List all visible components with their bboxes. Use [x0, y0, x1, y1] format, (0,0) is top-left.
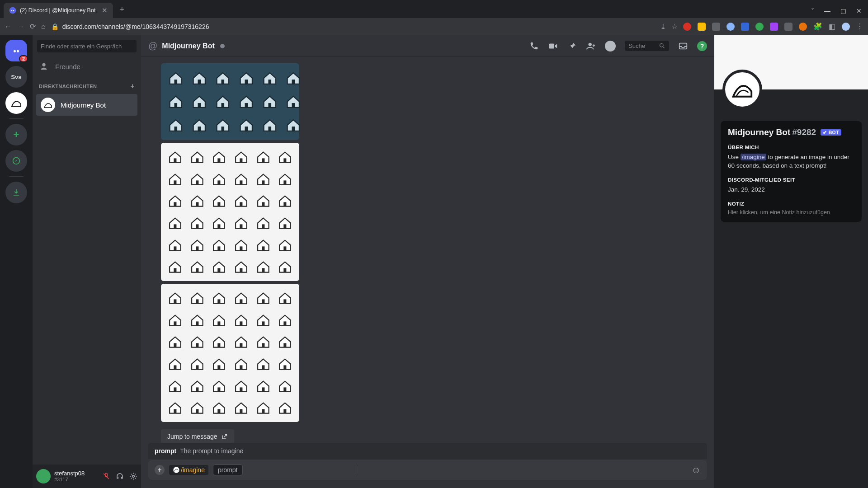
find-conversation-input[interactable]: Finde oder starte ein Gespräch	[37, 40, 137, 52]
external-link-icon	[221, 433, 228, 440]
profile-avatar[interactable]	[722, 70, 762, 109]
svg-rect-67	[218, 299, 221, 303]
svg-rect-54	[196, 246, 198, 250]
message-composer[interactable]: + /imagine prompt ☺	[148, 460, 707, 480]
guild-svs[interactable]: Svs	[5, 66, 27, 88]
extension-icon[interactable]	[784, 23, 793, 31]
reload-button[interactable]: ⟳	[30, 22, 36, 31]
house-icon	[231, 288, 251, 308]
lock-icon: 🔒	[51, 23, 59, 30]
friends-tab[interactable]: Freunde	[33, 57, 141, 76]
extension-icon[interactable]	[755, 23, 764, 31]
svg-rect-47	[174, 224, 176, 228]
extension-icon[interactable]	[698, 23, 706, 31]
svg-rect-89	[174, 387, 176, 391]
house-icon	[165, 332, 185, 352]
side-panel-icon[interactable]: ◧	[829, 22, 835, 31]
user-settings-button[interactable]	[129, 472, 137, 480]
generated-image[interactable]	[161, 284, 299, 422]
show-profile-button[interactable]	[605, 41, 616, 52]
house-icon	[212, 68, 233, 89]
forward-button[interactable]: →	[17, 23, 24, 31]
svg-rect-35	[174, 180, 176, 184]
house-icon	[165, 288, 185, 308]
add-server-button[interactable]: +	[5, 124, 27, 145]
download-apps-button[interactable]	[5, 182, 27, 203]
window-minimize-button[interactable]: —	[824, 7, 830, 14]
voice-call-button[interactable]	[529, 41, 539, 51]
house-icon	[165, 310, 185, 330]
help-button[interactable]: ?	[697, 41, 707, 51]
window-maximize-button[interactable]: ▢	[840, 7, 846, 14]
generated-image[interactable]	[161, 143, 299, 281]
house-icon	[231, 235, 251, 255]
svg-rect-85	[218, 365, 221, 369]
svg-rect-21	[269, 103, 272, 108]
svg-rect-66	[196, 299, 198, 303]
discord-home-button[interactable]: 2	[5, 40, 27, 61]
slash-command-chip[interactable]: /imagine	[169, 465, 208, 475]
svg-point-1	[11, 10, 12, 11]
add-friends-button[interactable]	[586, 41, 596, 51]
user-avatar[interactable]	[36, 469, 51, 483]
svg-rect-15	[269, 80, 272, 84]
dm-item-midjourney[interactable]: Midjourney Bot	[36, 94, 137, 116]
command-param-chip[interactable]: prompt	[213, 465, 243, 475]
svg-rect-31	[218, 158, 221, 162]
svg-rect-17	[175, 103, 178, 108]
attach-button[interactable]: +	[155, 465, 165, 475]
pinned-messages-button[interactable]	[567, 41, 577, 51]
svg-rect-69	[262, 299, 264, 303]
tab-close-icon[interactable]: ✕	[102, 6, 108, 14]
note-input[interactable]: Hier klicken, um eine Notiz hinzuzufügen	[728, 209, 854, 216]
address-bar[interactable]: 🔒 discord.com/channels/@me/1063443749197…	[51, 23, 655, 30]
svg-rect-19	[222, 103, 225, 108]
kebab-menu-icon[interactable]: ⋮	[856, 22, 863, 31]
profile-avatar-icon[interactable]	[842, 23, 850, 31]
extension-icon[interactable]	[770, 23, 778, 31]
new-tab-button[interactable]: +	[119, 5, 124, 14]
emoji-picker-button[interactable]: ☺	[692, 465, 701, 475]
inbox-button[interactable]	[678, 41, 688, 51]
extension-icon[interactable]	[726, 23, 735, 31]
extension-icon[interactable]	[683, 23, 691, 31]
house-icon	[212, 91, 233, 112]
house-icon	[231, 257, 251, 277]
extension-icon[interactable]	[712, 23, 720, 31]
house-icon	[165, 169, 185, 189]
svg-rect-92	[240, 387, 242, 391]
member-since-heading: DISCORD-MITGLIED SEIT	[728, 177, 854, 183]
guild-midjourney[interactable]	[5, 92, 27, 114]
imagine-command-mention[interactable]: /imagine	[741, 154, 766, 160]
browser-tab[interactable]: (2) Discord | @Midjourney Bot ✕	[4, 3, 113, 18]
house-icon	[254, 191, 273, 211]
svg-rect-65	[174, 299, 176, 303]
svg-rect-37	[218, 180, 221, 184]
house-icon	[209, 213, 229, 233]
video-call-button[interactable]	[548, 41, 558, 51]
channel-header: @ Midjourney Bot Suche ?	[141, 35, 714, 57]
window-close-button[interactable]: ✕	[856, 7, 862, 14]
deafen-button[interactable]	[116, 472, 124, 480]
extension-icon[interactable]	[741, 23, 749, 31]
search-input[interactable]: Suche	[625, 41, 669, 51]
messages-area[interactable]: /*placeholder*/ Jump to message	[141, 57, 714, 488]
svg-rect-83	[174, 365, 176, 369]
home-button[interactable]: ⌂	[41, 23, 46, 31]
generated-image[interactable]: /*placeholder*/	[161, 63, 299, 140]
jump-to-message-button[interactable]: Jump to message	[161, 429, 234, 444]
explore-servers-button[interactable]	[5, 150, 27, 172]
mute-mic-button[interactable]	[102, 472, 110, 480]
bookmark-star-icon[interactable]: ☆	[671, 22, 678, 31]
install-icon[interactable]: ⤓	[660, 22, 666, 31]
house-icon	[283, 68, 304, 89]
back-button[interactable]: ←	[5, 23, 12, 31]
house-icon	[275, 147, 295, 167]
svg-rect-51	[262, 224, 264, 228]
chevron-down-icon[interactable]: ˅	[811, 7, 814, 14]
extension-icon[interactable]	[799, 23, 807, 31]
house-icon	[275, 310, 295, 330]
create-dm-button[interactable]: +	[130, 82, 135, 90]
dm-header: DIREKTNACHRICHTEN	[39, 84, 97, 89]
extensions-puzzle-icon[interactable]: 🧩	[813, 22, 822, 31]
